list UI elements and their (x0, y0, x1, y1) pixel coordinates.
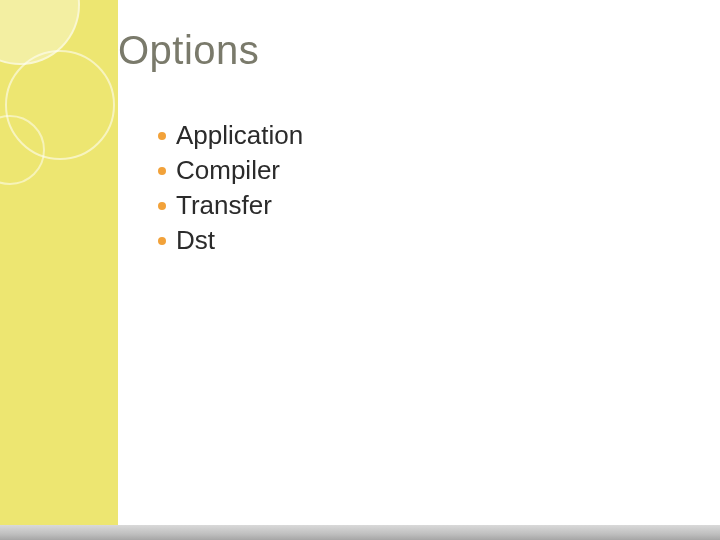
bullet-list: Application Compiler Transfer Dst (158, 118, 303, 258)
bullet-icon (158, 202, 166, 210)
slide-bottom-edge (0, 525, 720, 540)
list-item-label: Transfer (176, 188, 272, 223)
list-item-label: Dst (176, 223, 215, 258)
slide-title: Options (118, 28, 259, 73)
list-item: Compiler (158, 153, 303, 188)
bullet-icon (158, 237, 166, 245)
bullet-icon (158, 132, 166, 140)
list-item: Application (158, 118, 303, 153)
bullet-icon (158, 167, 166, 175)
list-item-label: Application (176, 118, 303, 153)
left-accent-band (0, 0, 118, 525)
slide: Options Application Compiler Transfer Ds… (0, 0, 720, 540)
list-item: Dst (158, 223, 303, 258)
list-item-label: Compiler (176, 153, 280, 188)
list-item: Transfer (158, 188, 303, 223)
